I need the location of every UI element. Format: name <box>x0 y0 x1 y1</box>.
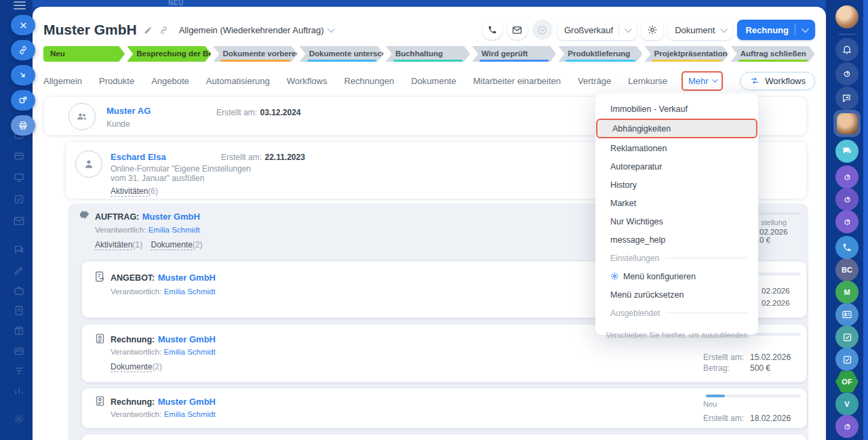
menu-item-menue-zuruecksetzen[interactable]: Menü zurücksetzen <box>595 285 758 304</box>
calls-button[interactable] <box>835 236 859 259</box>
tab-automatisierung[interactable]: Automatisierung <box>206 76 270 86</box>
activities-link[interactable]: Aktivitäten <box>95 240 132 250</box>
document-icon[interactable] <box>14 305 24 316</box>
print-button[interactable] <box>11 115 35 136</box>
stage-chip[interactable]: Projektpräsentation <box>645 46 729 62</box>
bell-icon <box>842 44 852 55</box>
offer-name-link[interactable]: Muster GmbH <box>158 273 216 283</box>
workspace-button[interactable] <box>835 165 859 188</box>
pencil-icon[interactable] <box>14 265 24 276</box>
workspace-button[interactable] <box>835 210 859 233</box>
stage-chip[interactable]: Besprechung der Bes... <box>127 46 211 62</box>
activities-link[interactable]: Aktivitäten <box>111 186 148 197</box>
tab-lernkurse[interactable]: Lernkurse <box>628 76 667 86</box>
stage-chip[interactable]: Produktlieferung <box>558 46 642 62</box>
briefcase-icon[interactable] <box>14 285 24 296</box>
documents-link[interactable]: Dokumente <box>111 362 152 372</box>
tab-vertraege[interactable]: Verträge <box>578 76 611 86</box>
menu-item-autoreparatur[interactable]: Autoreparatur <box>595 157 758 176</box>
customer-name-link[interactable]: Muster AG <box>106 106 151 116</box>
stage-chip[interactable]: Dokumente untersch... <box>300 46 384 62</box>
tab-produkte[interactable]: Produkte <box>99 76 134 86</box>
chat-sync-button[interactable] <box>835 87 859 110</box>
invoice-button[interactable]: Rechnung <box>737 20 815 40</box>
open-external-button[interactable] <box>11 90 35 111</box>
stage-chip[interactable]: Buchhaltung <box>386 46 470 62</box>
menu-item-menue-konfigurieren[interactable]: Menü konfigurieren <box>595 267 758 285</box>
menu-item-reklamationen[interactable]: Reklamationen <box>595 139 758 157</box>
menu-item-nur-wichtiges[interactable]: Nur Wichtiges <box>595 212 758 231</box>
workflows-button[interactable]: Workflows <box>740 72 815 90</box>
workspace-initials[interactable]: BC <box>835 258 859 281</box>
settings-gear-icon[interactable] <box>14 414 24 424</box>
stage-chip[interactable]: Neu <box>43 46 125 62</box>
stage-chip[interactable]: Wird geprüft <box>472 46 556 62</box>
responsible-link[interactable]: Emilia Schmidt <box>164 410 216 418</box>
messenger-button[interactable] <box>835 140 859 163</box>
workspace-button[interactable] <box>835 188 859 211</box>
tasks-button[interactable] <box>835 325 859 348</box>
edit-title-icon[interactable] <box>144 26 153 35</box>
menu-item-market[interactable]: Market <box>595 194 758 212</box>
user-avatar[interactable] <box>835 5 859 28</box>
spiral-icon <box>842 217 852 227</box>
mail-icon[interactable] <box>14 216 24 226</box>
stage-chip[interactable]: Dokumente vorbereit... <box>213 46 297 62</box>
task-check-icon[interactable] <box>14 194 24 205</box>
close-button[interactable] <box>11 15 35 35</box>
record-link-icon[interactable] <box>159 26 168 35</box>
document-dropdown[interactable]: Dokument <box>668 20 732 40</box>
tab-mehr[interactable]: Mehr <box>682 71 723 91</box>
contact-avatar-shortcut[interactable] <box>833 110 861 137</box>
menu-item-message-help[interactable]: message_help <box>595 231 758 249</box>
menu-item-immobilien-verkauf[interactable]: Immobilien - Verkauf <box>595 100 758 118</box>
document-dropdown-label: Dokument <box>675 25 715 35</box>
tab-dokumente[interactable]: Dokumente <box>411 76 456 86</box>
responsible-link[interactable]: Emilia Schmidt <box>164 287 216 296</box>
responsible-link[interactable]: Emilia Schmidt <box>149 226 200 234</box>
responsible-link[interactable]: Emilia Schmidt <box>164 348 216 356</box>
chat-icon[interactable] <box>14 244 24 255</box>
workspace-button[interactable] <box>835 415 859 438</box>
deal-type-dropdown[interactable]: Großverkauf <box>557 20 637 40</box>
call-button[interactable] <box>482 20 502 40</box>
presentation-icon[interactable] <box>14 172 24 183</box>
order-name-link[interactable]: Muster GmbH <box>142 212 200 222</box>
workspace-initials[interactable]: M <box>835 281 859 304</box>
activities-count: (1) <box>132 240 142 249</box>
person-icon <box>83 158 95 170</box>
tab-mitarbeiter-einarbeiten[interactable]: Mitarbeiter einarbeiten <box>473 76 561 86</box>
copy-link-button[interactable] <box>11 40 35 60</box>
app-logo-button[interactable] <box>835 62 859 85</box>
invoice-name-link[interactable]: Muster GmbH <box>158 397 216 407</box>
chart-bars-icon[interactable] <box>14 385 24 396</box>
menu-item-history[interactable]: History <box>595 176 758 194</box>
created-label: Erstellt am: <box>703 414 744 423</box>
email-button[interactable] <box>507 20 528 40</box>
contacts-button[interactable] <box>835 303 859 326</box>
contact-name-link[interactable]: Eschard Elsa <box>111 152 166 162</box>
settings-button[interactable] <box>642 20 663 40</box>
notifications-button[interactable] <box>835 38 859 61</box>
menu-item-abhaengigkeiten[interactable]: Abhängigkeiten <box>596 119 757 138</box>
workspace-initials[interactable]: V <box>835 393 859 416</box>
tab-allgemein[interactable]: Allgemein <box>43 76 82 86</box>
wallet-icon[interactable] <box>14 151 24 161</box>
divider <box>618 24 619 35</box>
box-icon[interactable] <box>14 325 24 336</box>
documents-link[interactable]: Dokumente <box>151 240 192 250</box>
import-button[interactable] <box>11 65 35 85</box>
stage-chip[interactable]: Auftrag schließen <box>731 46 815 62</box>
hamburger-menu-icon[interactable] <box>14 1 26 12</box>
tab-workflows[interactable]: Workflows <box>287 76 328 86</box>
id-card-icon[interactable] <box>14 346 24 357</box>
filter-icon[interactable] <box>14 365 24 376</box>
tasks-button[interactable] <box>835 348 859 371</box>
tab-angebote[interactable]: Angebote <box>151 76 189 86</box>
invoice-card[interactable]: Rechnung: Muster GmbH Verantwortlich: Em… <box>81 388 807 428</box>
responsible-label: Verantwortlich: <box>111 287 161 296</box>
invoice-name-link[interactable]: Muster GmbH <box>158 334 216 344</box>
invoice-progress-track <box>706 395 801 397</box>
context-selector[interactable]: Allgemein (Wiederkehrender Auftrag) <box>179 25 333 35</box>
tab-rechnungen[interactable]: Rechnungen <box>344 76 394 86</box>
